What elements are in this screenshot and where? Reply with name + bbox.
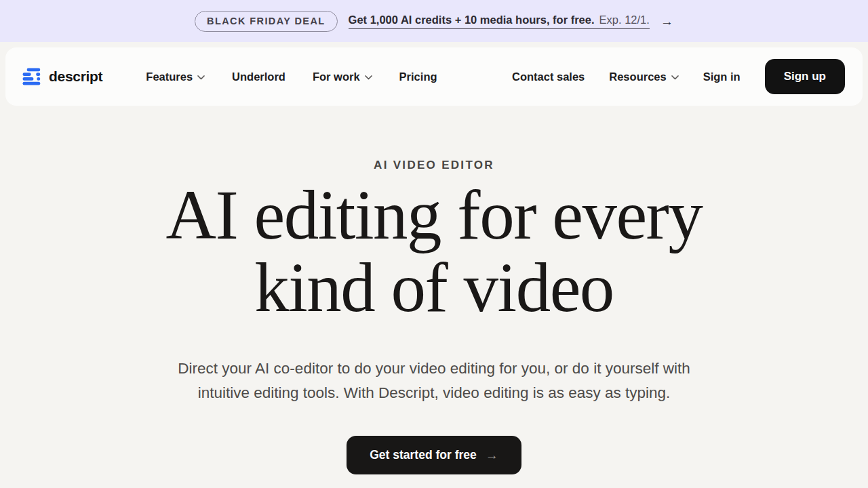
promo-offer-text: Get 1,000 AI credits + 10 media hours, f…	[349, 14, 595, 26]
hero-section: AI VIDEO EDITOR AI editing for every kin…	[0, 106, 868, 474]
hero-eyebrow: AI VIDEO EDITOR	[0, 106, 868, 172]
hero-description-line2: intuitive editing tools. With Descript, …	[122, 381, 746, 405]
nav-right-group: Contact sales Resources Sign in Sign up	[512, 59, 845, 94]
nav-item-resources-label: Resources	[609, 70, 666, 83]
promo-banner: BLACK FRIDAY DEAL Get 1,000 AI credits +…	[0, 0, 868, 42]
arrow-right-icon[interactable]: →	[660, 15, 673, 28]
nav-item-contact-sales-label: Contact sales	[512, 70, 585, 83]
nav-item-resources[interactable]: Resources	[609, 70, 678, 83]
nav-item-sign-in[interactable]: Sign in	[703, 70, 741, 83]
nav-item-for-work-label: For work	[313, 70, 360, 83]
sign-up-button[interactable]: Sign up	[765, 59, 845, 94]
nav-item-features-label: Features	[146, 70, 193, 83]
get-started-button-label: Get started for free	[370, 448, 477, 462]
hero-headline-line2: kind of video	[0, 251, 868, 324]
hero-headline: AI editing for every kind of video	[0, 179, 868, 324]
nav-item-for-work[interactable]: For work	[313, 70, 372, 83]
arrow-right-icon: →	[486, 449, 498, 462]
promo-expiry-text: Exp. 12/1.	[599, 14, 650, 26]
promo-offer-link[interactable]: Get 1,000 AI credits + 10 media hours, f…	[349, 14, 650, 29]
nav-left-group: Features Underlord For work Pricing	[146, 70, 437, 83]
nav-item-underlord[interactable]: Underlord	[232, 70, 285, 83]
chevron-down-icon	[365, 75, 372, 80]
nav-item-contact-sales[interactable]: Contact sales	[512, 70, 585, 83]
hero-description-line1: Direct your AI co-editor to do your vide…	[122, 357, 746, 381]
brand-wordmark: descript	[49, 68, 102, 85]
nav-item-underlord-label: Underlord	[232, 70, 285, 83]
get-started-button[interactable]: Get started for free →	[347, 436, 521, 474]
hero-description: Direct your AI co-editor to do your vide…	[122, 357, 746, 405]
black-friday-badge[interactable]: BLACK FRIDAY DEAL	[195, 11, 337, 32]
chevron-down-icon	[671, 75, 679, 80]
descript-logo-icon	[22, 68, 42, 86]
nav-item-features[interactable]: Features	[146, 70, 205, 83]
nav-item-sign-in-label: Sign in	[703, 70, 741, 83]
nav-item-pricing[interactable]: Pricing	[399, 70, 437, 83]
chevron-down-icon	[197, 75, 205, 80]
descript-logo-home-link[interactable]: descript	[22, 68, 102, 86]
main-navigation: descript Features Underlord For work Pri…	[5, 47, 863, 106]
nav-item-pricing-label: Pricing	[399, 70, 437, 83]
hero-headline-line1: AI editing for every	[0, 179, 868, 251]
